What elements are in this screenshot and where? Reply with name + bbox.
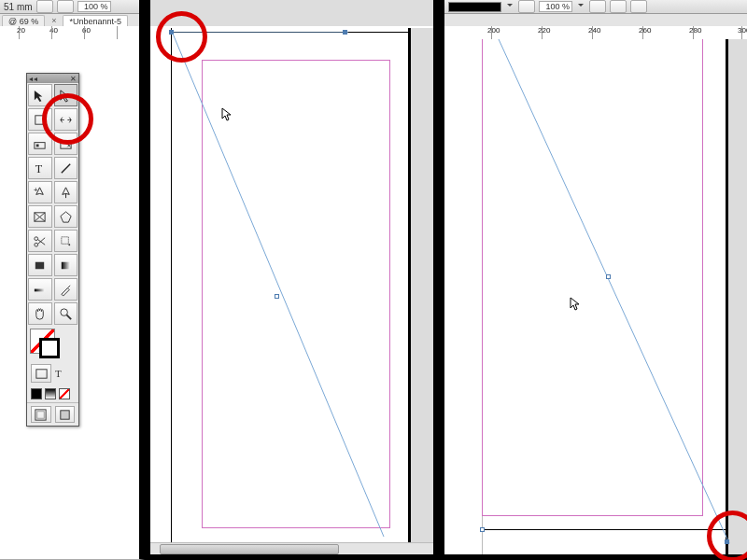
selection-tool[interactable] <box>28 84 52 106</box>
align-icon[interactable] <box>589 0 606 13</box>
svg-rect-24 <box>37 411 45 418</box>
free-transform-tool[interactable] <box>54 230 78 252</box>
svg-rect-2 <box>36 144 39 147</box>
tab-document[interactable]: *Unbenannt-5 <box>63 15 128 27</box>
scrollbar-thumb[interactable] <box>160 544 339 554</box>
toolbar-b-spacer <box>150 0 433 26</box>
panel-right-canvas: 100 % 200 220 240 260 280 300 <box>439 0 747 560</box>
anchor-mid[interactable] <box>275 294 279 299</box>
toolbar-c: 100 % <box>444 0 747 14</box>
ruler-a: 20 40 60 <box>0 26 139 40</box>
polygon-tool[interactable] <box>54 205 78 228</box>
svg-text:+: + <box>34 186 38 194</box>
tools-palette[interactable]: ◂◂ ✕ T + <box>26 73 79 427</box>
svg-point-12 <box>35 236 38 240</box>
tab-zoom-label: @ 69 % <box>8 17 38 26</box>
drawn-line[interactable] <box>150 28 440 551</box>
svg-point-16 <box>68 244 70 245</box>
dropdown-icon[interactable] <box>576 2 585 11</box>
svg-rect-19 <box>35 288 45 291</box>
panel-left-tools: 51 mm 100 % @ 69 % × *Unbenannt-5 20 40 … <box>0 0 145 560</box>
unknown-icon[interactable] <box>36 0 53 13</box>
tab-bar-c-spacer <box>444 14 747 27</box>
ruler-tick-label: 260 <box>639 26 651 35</box>
stroke-color-swatch[interactable] <box>448 2 501 12</box>
toolbar-a: 51 mm 100 % <box>0 0 139 14</box>
eyedropper-tool[interactable] <box>54 278 78 301</box>
fx-icon[interactable] <box>518 0 535 13</box>
ruler-c: 200 220 240 260 280 300 <box>444 26 747 40</box>
tab-zoom[interactable]: @ 69 % <box>2 15 45 27</box>
content-collector-tool[interactable] <box>28 133 52 155</box>
stroke-swatch[interactable] <box>39 338 60 358</box>
pen-tool[interactable] <box>54 181 78 203</box>
unknown-icon[interactable] <box>57 0 74 13</box>
svg-rect-17 <box>35 261 44 269</box>
formatting-container-icon[interactable] <box>31 364 51 383</box>
zoom-input-c[interactable]: 100 % <box>539 1 572 12</box>
svg-line-5 <box>62 163 70 172</box>
zoom-tool[interactable] <box>54 302 78 325</box>
cursor-icon <box>570 297 581 312</box>
anchor-mid[interactable] <box>606 274 611 279</box>
canvas-b[interactable] <box>150 28 433 554</box>
measurement-readout: 51 mm <box>4 2 33 12</box>
ruler-tick-label: 300 <box>738 26 747 35</box>
svg-rect-18 <box>62 261 70 269</box>
svg-marker-10 <box>61 211 71 221</box>
canvas-c[interactable] <box>444 39 747 554</box>
anchor-baseline[interactable] <box>480 527 485 532</box>
close-icon[interactable]: × <box>49 16 59 25</box>
align-icon[interactable] <box>610 0 627 13</box>
close-icon[interactable]: ✕ <box>70 75 77 83</box>
svg-rect-1 <box>35 142 45 148</box>
formatting-text-icon[interactable]: T <box>55 368 62 379</box>
svg-point-20 <box>61 308 68 315</box>
ruler-tick-label: 280 <box>689 26 701 35</box>
cursor-icon <box>221 107 233 122</box>
view-mode-normal[interactable] <box>31 406 51 423</box>
direct-selection-tool[interactable] <box>54 84 78 106</box>
drawn-line[interactable] <box>444 39 747 560</box>
dropdown-icon[interactable] <box>505 2 514 11</box>
svg-point-11 <box>35 243 38 246</box>
anchor-bottom[interactable] <box>725 539 729 544</box>
wrap-icon[interactable] <box>630 0 647 13</box>
ruler-tick-label: 240 <box>588 26 600 35</box>
svg-line-21 <box>66 315 71 319</box>
horizontal-scrollbar[interactable] <box>150 542 433 554</box>
line-tool[interactable] <box>54 157 78 179</box>
hand-tool[interactable] <box>28 302 52 325</box>
page-tool[interactable] <box>28 108 52 131</box>
gap-tool[interactable] <box>54 108 78 131</box>
document-tabs-a: @ 69 % × *Unbenannt-5 <box>0 14 139 27</box>
svg-rect-25 <box>61 410 69 418</box>
rectangle-frame-tool[interactable] <box>28 205 52 228</box>
svg-line-29 <box>499 39 729 543</box>
gradient-swatch-tool[interactable] <box>54 254 78 276</box>
pen-add-tool[interactable]: + <box>28 181 52 203</box>
tab-document-label: *Unbenannt-5 <box>69 17 121 26</box>
scissors-tool[interactable] <box>28 230 52 252</box>
apply-gradient-icon[interactable] <box>45 388 56 399</box>
svg-rect-22 <box>35 369 46 377</box>
svg-text:T: T <box>35 162 43 175</box>
gradient-feather-tool[interactable] <box>28 278 52 301</box>
apply-none-icon[interactable] <box>59 388 70 399</box>
content-placer-tool[interactable] <box>54 133 78 155</box>
collapse-icon[interactable]: ◂◂ <box>29 75 38 83</box>
palette-header[interactable]: ◂◂ ✕ <box>27 74 78 83</box>
svg-rect-15 <box>62 236 69 244</box>
panel-middle-canvas <box>145 0 439 560</box>
ruler-tick-label: 200 <box>487 26 500 35</box>
rectangle-tool[interactable] <box>28 254 52 276</box>
ruler-tick-label: 220 <box>538 26 550 35</box>
zoom-input[interactable]: 100 % <box>78 1 111 12</box>
type-tool[interactable]: T <box>28 157 52 179</box>
apply-color-icon[interactable] <box>31 388 42 399</box>
svg-rect-0 <box>35 115 43 123</box>
view-mode-preview[interactable] <box>55 406 76 423</box>
svg-line-28 <box>173 34 384 537</box>
